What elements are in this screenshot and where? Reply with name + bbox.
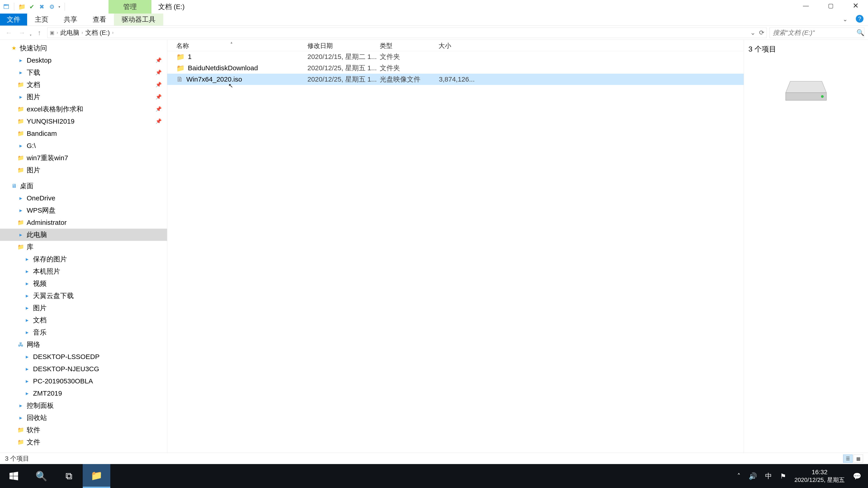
ribbon-tab-drive-tools[interactable]: 驱动器工具 xyxy=(114,13,163,26)
nav-item[interactable]: ▸ DESKTOP-NJEU3CG xyxy=(0,363,167,375)
nav-history-caret-icon[interactable]: ▾ xyxy=(30,33,31,39)
nav-network-group[interactable]: 🖧 网络 xyxy=(0,338,167,351)
address-caret-icon[interactable]: ⌄ xyxy=(750,29,755,36)
ribbon-context-tab[interactable]: 管理 xyxy=(108,0,151,13)
nav-item-icon: ▸ xyxy=(24,256,30,262)
search-icon[interactable]: 🔍 xyxy=(857,29,864,36)
x-icon[interactable]: ✖ xyxy=(37,2,46,11)
file-size: 3,874,126... xyxy=(438,75,477,83)
ribbon-tab-share[interactable]: 共享 xyxy=(56,13,85,26)
search-input[interactable] xyxy=(773,29,854,36)
crumb-sep-icon[interactable]: › xyxy=(56,30,59,35)
desktop-icon: 🖥 xyxy=(11,183,17,189)
action-center-icon[interactable]: 💬 xyxy=(853,472,861,480)
ribbon-tab-view[interactable]: 查看 xyxy=(85,13,114,26)
file-row[interactable]: 📁 1 2020/12/15, 星期二 1... 文件夹 xyxy=(167,51,744,62)
volume-icon[interactable]: 🔊 xyxy=(749,472,757,480)
nav-item[interactable]: ▸ 保存的图片 xyxy=(0,253,167,265)
view-thumbs-button[interactable]: ▦ xyxy=(854,455,863,463)
nav-item[interactable]: ▸ DESKTOP-LSSOEDP xyxy=(0,351,167,363)
nav-item[interactable]: ▸ 图片 📌 xyxy=(0,91,167,103)
search-button[interactable]: 🔍 xyxy=(28,464,55,488)
nav-item-label: YUNQISHI2019 xyxy=(27,118,74,125)
nav-item[interactable]: ▸ 本机照片 xyxy=(0,265,167,278)
nav-quick-access[interactable]: ★ 快速访问 xyxy=(0,42,167,54)
nav-item[interactable]: ▸ Desktop 📌 xyxy=(0,54,167,66)
nav-item[interactable]: ▸ 音乐 xyxy=(0,326,167,338)
address-bar[interactable]: ▣ › 此电脑 › 文档 (E:) › ⌄ ⟳ xyxy=(47,28,767,38)
file-type: 光盘映像文件 xyxy=(380,75,438,84)
close-button[interactable]: ✕ xyxy=(843,0,868,11)
nav-forward-button[interactable]: → xyxy=(17,28,27,38)
file-explorer-taskbar-button[interactable]: 📁 xyxy=(83,464,110,488)
check-icon[interactable]: ✔ xyxy=(27,2,36,11)
svg-rect-1 xyxy=(786,93,827,100)
security-icon[interactable]: ⚑ xyxy=(780,472,786,480)
nav-item[interactable]: 📁 库 xyxy=(0,241,167,253)
nav-item[interactable]: ▸ 图片 xyxy=(0,302,167,314)
nav-item[interactable]: 📁 Bandicam xyxy=(0,127,167,140)
nav-item[interactable]: ▸ PC-20190530OBLA xyxy=(0,375,167,387)
nav-item-icon: 📁 xyxy=(18,82,24,88)
nav-item[interactable]: ▸ 控制面板 xyxy=(0,399,167,412)
breadcrumb[interactable]: 文档 (E:) xyxy=(85,29,110,37)
nav-item-label: 保存的图片 xyxy=(33,255,67,264)
task-view-button[interactable]: ⧉ xyxy=(55,464,83,488)
maximize-button[interactable]: ▢ xyxy=(818,0,843,11)
column-size[interactable]: 大小 xyxy=(438,41,477,50)
nav-up-button[interactable]: ↑ xyxy=(34,28,44,38)
app-icon[interactable]: 🗔 xyxy=(2,2,11,11)
column-headers[interactable]: ▴ 名称 修改日期 类型 大小 xyxy=(167,41,744,51)
file-list[interactable]: ▴ 名称 修改日期 类型 大小 📁 1 2020/12/15, 星期二 1...… xyxy=(167,40,744,453)
ribbon-tab-home[interactable]: 主页 xyxy=(27,13,56,26)
nav-desktop-group[interactable]: 🖥 桌面 xyxy=(0,180,167,192)
search-box[interactable]: 🔍 xyxy=(770,28,864,38)
ribbon-expand-icon[interactable]: ⌄ xyxy=(843,16,848,23)
nav-item-icon: ▸ xyxy=(24,390,30,396)
column-date[interactable]: 修改日期 xyxy=(307,41,380,50)
navigation-pane[interactable]: ★ 快速访问 ▸ Desktop 📌 ▸ 下载 📌 📁 文档 📌 ▸ 图片 📌 … xyxy=(0,40,167,453)
tray-chevron-icon[interactable]: ˄ xyxy=(737,472,741,480)
taskbar-clock[interactable]: 16:32 2020/12/25, 星期五 xyxy=(794,468,845,484)
file-row[interactable]: 📁 BaiduNetdiskDownload 2020/12/25, 星期五 1… xyxy=(167,62,744,74)
qat-caret-icon[interactable]: ▾ xyxy=(57,5,61,8)
breadcrumb[interactable]: 此电脑 xyxy=(60,29,79,37)
window-controls: — ▢ ✕ xyxy=(794,0,868,11)
nav-item[interactable]: ▸ 下载 📌 xyxy=(0,66,167,78)
start-button[interactable] xyxy=(0,464,28,488)
nav-item[interactable]: ▸ 回收站 xyxy=(0,412,167,424)
minimize-button[interactable]: — xyxy=(794,0,818,11)
nav-item[interactable]: ▸ WPS网盘 xyxy=(0,204,167,217)
crumb-sep-icon[interactable]: › xyxy=(81,30,84,35)
quick-access-toolbar: 🗔 📁 ✔ ✖ ⚙ ▾ xyxy=(0,0,67,13)
nav-item[interactable]: ▸ 天翼云盘下载 xyxy=(0,290,167,302)
nav-item[interactable]: ▸ 文档 xyxy=(0,314,167,326)
folder-icon[interactable]: 📁 xyxy=(18,2,26,11)
nav-item[interactable]: ▸ G:\ xyxy=(0,140,167,152)
nav-item[interactable]: ▸ 视频 xyxy=(0,278,167,290)
file-date: 2020/12/25, 星期五 1... xyxy=(307,75,380,84)
nav-item[interactable]: ▸ OneDrive xyxy=(0,192,167,204)
ribbon-file-tab[interactable]: 文件 xyxy=(0,13,27,26)
column-name[interactable]: 名称 xyxy=(176,41,307,50)
nav-item-label: 下载 xyxy=(27,68,40,77)
nav-item[interactable]: 📁 图片 xyxy=(0,164,167,176)
nav-item[interactable]: 📁 excel表格制作求和 📌 xyxy=(0,103,167,115)
help-icon[interactable]: ? xyxy=(856,15,864,23)
ime-indicator[interactable]: 中 xyxy=(765,471,772,481)
refresh-icon[interactable]: ⟳ xyxy=(759,29,764,36)
view-details-button[interactable]: ☰ xyxy=(843,455,852,463)
nav-item[interactable]: 📁 文档 📌 xyxy=(0,78,167,91)
file-row[interactable]: 🗎 Win7x64_2020.iso 2020/12/25, 星期五 1... … xyxy=(167,74,744,85)
nav-item[interactable]: ▸ 此电脑 xyxy=(0,229,167,241)
column-type[interactable]: 类型 xyxy=(380,41,438,50)
nav-item[interactable]: 📁 win7重装win7 xyxy=(0,152,167,164)
nav-item[interactable]: ▸ ZMT2019 xyxy=(0,387,167,399)
nav-item[interactable]: 📁 Administrator xyxy=(0,217,167,229)
nav-back-button[interactable]: ← xyxy=(4,28,14,38)
nav-item[interactable]: 📁 YUNQISHI2019 📌 xyxy=(0,115,167,127)
gear-icon[interactable]: ⚙ xyxy=(47,2,56,11)
nav-item[interactable]: 📁 文件 xyxy=(0,436,167,448)
crumb-sep-icon[interactable]: › xyxy=(111,30,114,35)
nav-item[interactable]: 📁 软件 xyxy=(0,424,167,436)
